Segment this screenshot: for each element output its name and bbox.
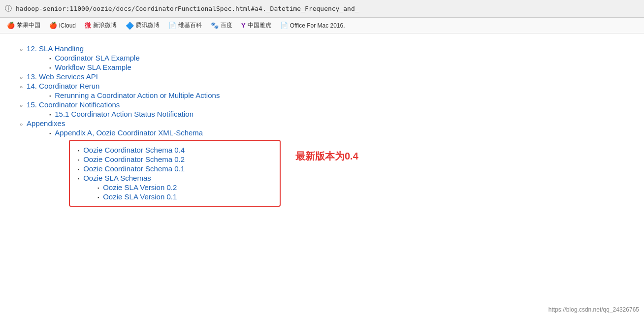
bookmark-baidu-label: 百度 — [221, 21, 232, 30]
toc-item-rcama: ▪ Rerunning a Coordinator Action or Mult… — [20, 91, 624, 99]
url-text: hadoop-senior:11000/oozie/docs/Coordinat… — [16, 5, 359, 12]
toc-link-wse[interactable]: Workflow SLA Example — [55, 63, 131, 71]
toc-link-s02[interactable]: Oozie Coordinator Schema 0.2 — [83, 155, 185, 163]
toc-link-s01[interactable]: Oozie Coordinator Schema 0.1 — [83, 164, 185, 173]
bullet-slav02: ▪ — [97, 186, 99, 191]
bullet-15: ○ — [20, 103, 23, 108]
bookmark-weibo[interactable]: 微 新浪微博 — [81, 20, 121, 31]
toc-link-sla[interactable]: Oozie SLA Schemas — [83, 174, 151, 182]
apple-icon: 🍎 — [7, 22, 15, 29]
bookmark-icloud[interactable]: 🍎 iCloud — [45, 21, 80, 30]
bullet-cse: ▪ — [49, 56, 51, 61]
toc-link-12[interactable]: 12. SLA Handling — [27, 44, 84, 53]
toc-item-cse: ▪ Coordinator SLA Example — [20, 54, 624, 62]
icloud-icon: 🍎 — [49, 22, 57, 29]
toc-item-appa: ▪ Appendix A, Oozie Coordinator XML-Sche… — [20, 128, 624, 137]
toc-link-14[interactable]: 14. Coordinator Rerun — [27, 82, 99, 90]
bookmark-wikipedia-label: 维基百科 — [178, 21, 202, 30]
annotation-label: 最新版本为0.4 — [295, 150, 358, 163]
bookmark-baidu[interactable]: 🐾 百度 — [207, 20, 236, 31]
toc-link-cse[interactable]: Coordinator SLA Example — [55, 54, 140, 62]
annotation-box: ▪ Oozie Coordinator Schema 0.4 ▪ Oozie C… — [69, 140, 281, 207]
toc-item-s01: ▪ Oozie Coordinator Schema 0.1 — [78, 164, 272, 173]
bookmarks-bar: 🍎 苹果中国 🍎 iCloud 微 新浪微博 🔷 腾讯微博 📄 维基百科 🐾 百… — [0, 18, 644, 33]
bookmark-apple-label: 苹果中国 — [17, 21, 40, 30]
bookmark-icloud-label: iCloud — [59, 22, 76, 29]
weibo-icon: 微 — [85, 21, 91, 30]
toc-item-slav02: ▪ Oozie SLA Version 0.2 — [78, 183, 272, 191]
toc-item-slav01: ▪ Oozie SLA Version 0.1 — [78, 192, 272, 201]
bookmark-tencent[interactable]: 🔷 腾讯微博 — [122, 20, 163, 31]
bookmark-office-label: Office For Mac 2016. — [290, 22, 345, 29]
bullet-14: ○ — [20, 84, 23, 90]
bookmark-yahoo-label: 中国雅虎 — [248, 21, 271, 30]
baidu-icon: 🐾 — [211, 22, 219, 29]
address-bar: ⓘ hadoop-senior:11000/oozie/docs/Coordin… — [0, 0, 644, 18]
toc-item-wse: ▪ Workflow SLA Example — [20, 63, 624, 71]
toc-link-rcama[interactable]: Rerunning a Coordinator Action or Multip… — [55, 91, 220, 99]
toc-link-15[interactable]: 15. Coordinator Notifications — [27, 100, 120, 109]
bullet-slav01: ▪ — [97, 195, 99, 200]
yahoo-icon: Y — [241, 22, 246, 29]
toc-item-s04: ▪ Oozie Coordinator Schema 0.4 — [78, 146, 272, 154]
bookmark-tencent-label: 腾讯微博 — [136, 21, 160, 30]
info-icon: ⓘ — [5, 4, 12, 13]
bookmark-apple[interactable]: 🍎 苹果中国 — [3, 20, 44, 31]
bullet-s02: ▪ — [78, 158, 79, 162]
toc-link-13[interactable]: 13. Web Services API — [27, 72, 98, 81]
toc-link-appa[interactable]: Appendix A, Oozie Coordinator XML-Schema — [55, 128, 203, 137]
bullet-app: ○ — [20, 122, 23, 127]
toc-link-slav02[interactable]: Oozie SLA Version 0.2 — [103, 183, 177, 191]
watermark: https://blog.csdn.net/qq_24326765 — [548, 306, 639, 313]
bookmark-wikipedia[interactable]: 📄 维基百科 — [164, 20, 206, 31]
bullet-12: ○ — [20, 47, 23, 52]
toc-item-sla: ▪ Oozie SLA Schemas — [78, 174, 272, 182]
tencent-icon: 🔷 — [126, 22, 134, 30]
bullet-13: ○ — [20, 75, 23, 80]
toc-link-151[interactable]: 15.1 Coordinator Action Status Notificat… — [55, 110, 193, 118]
bullet-rcama: ▪ — [49, 94, 51, 98]
toc-link-slav01[interactable]: Oozie SLA Version 0.1 — [103, 192, 177, 201]
toc-item-151: ▪ 15.1 Coordinator Action Status Notific… — [20, 110, 624, 118]
toc-item-s02: ▪ Oozie Coordinator Schema 0.2 — [78, 155, 272, 163]
bookmark-yahoo[interactable]: Y 中国雅虎 — [237, 20, 275, 31]
toc-link-s04[interactable]: Oozie Coordinator Schema 0.4 — [83, 146, 185, 154]
bullet-appa: ▪ — [49, 131, 51, 136]
bullet-s01: ▪ — [78, 167, 79, 172]
toc-item-12: ○ 12. SLA Handling — [20, 44, 624, 53]
bookmark-weibo-label: 新浪微博 — [93, 21, 117, 30]
toc-item-13: ○ 13. Web Services API — [20, 72, 624, 81]
bookmark-office[interactable]: 📄 Office For Mac 2016. — [276, 21, 349, 30]
bullet-s04: ▪ — [78, 148, 79, 153]
office-icon: 📄 — [280, 22, 288, 29]
bullet-151: ▪ — [49, 112, 51, 117]
bullet-wse: ▪ — [49, 65, 51, 70]
toc-item-14: ○ 14. Coordinator Rerun — [20, 82, 624, 90]
wikipedia-icon: 📄 — [168, 22, 176, 29]
toc-link-app[interactable]: Appendixes — [27, 119, 65, 127]
bullet-sla: ▪ — [78, 176, 79, 181]
toc-item-15: ○ 15. Coordinator Notifications — [20, 100, 624, 109]
toc-item-app: ○ Appendixes — [20, 119, 624, 127]
content-area: ○ 12. SLA Handling ▪ Coordinator SLA Exa… — [0, 33, 644, 318]
